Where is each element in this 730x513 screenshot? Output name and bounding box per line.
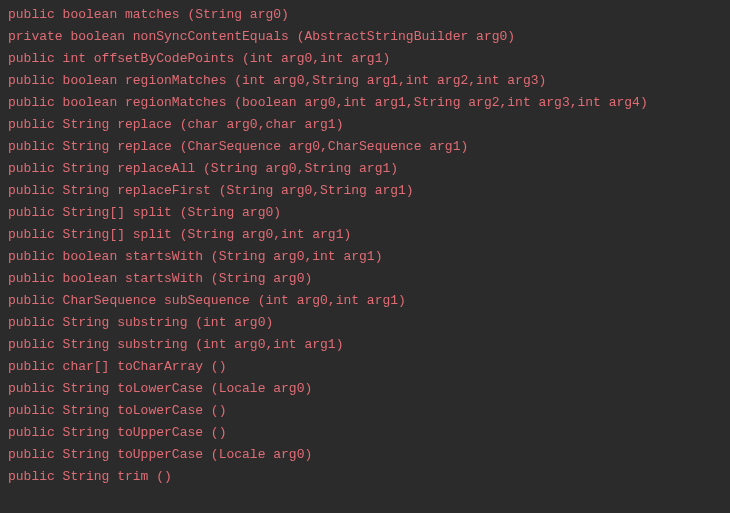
method-signature[interactable]: private boolean nonSyncContentEquals (Ab… [8, 26, 722, 48]
method-signature[interactable]: public boolean regionMatches (boolean ar… [8, 92, 722, 114]
method-signature[interactable]: public char[] toCharArray () [8, 356, 722, 378]
method-signature[interactable]: public String replaceFirst (String arg0,… [8, 180, 722, 202]
method-signature[interactable]: public String toLowerCase (Locale arg0) [8, 378, 722, 400]
method-signature[interactable]: public String toLowerCase () [8, 400, 722, 422]
method-signature[interactable]: public String[] split (String arg0,int a… [8, 224, 722, 246]
method-signature[interactable]: public String[] split (String arg0) [8, 202, 722, 224]
method-list: public boolean matches (String arg0) pri… [8, 4, 722, 488]
method-signature[interactable]: public String substring (int arg0,int ar… [8, 334, 722, 356]
method-signature[interactable]: public boolean matches (String arg0) [8, 4, 722, 26]
method-signature[interactable]: public String toUpperCase () [8, 422, 722, 444]
method-signature[interactable]: public CharSequence subSequence (int arg… [8, 290, 722, 312]
method-signature[interactable]: public int offsetByCodePoints (int arg0,… [8, 48, 722, 70]
method-signature[interactable]: public boolean startsWith (String arg0,i… [8, 246, 722, 268]
method-signature[interactable]: public String substring (int arg0) [8, 312, 722, 334]
method-signature[interactable]: public String replace (char arg0,char ar… [8, 114, 722, 136]
method-signature[interactable]: public String toUpperCase (Locale arg0) [8, 444, 722, 466]
method-signature[interactable]: public boolean regionMatches (int arg0,S… [8, 70, 722, 92]
method-signature[interactable]: public String replaceAll (String arg0,St… [8, 158, 722, 180]
method-signature[interactable]: public boolean startsWith (String arg0) [8, 268, 722, 290]
method-signature[interactable]: public String replace (CharSequence arg0… [8, 136, 722, 158]
method-signature[interactable]: public String trim () [8, 466, 722, 488]
